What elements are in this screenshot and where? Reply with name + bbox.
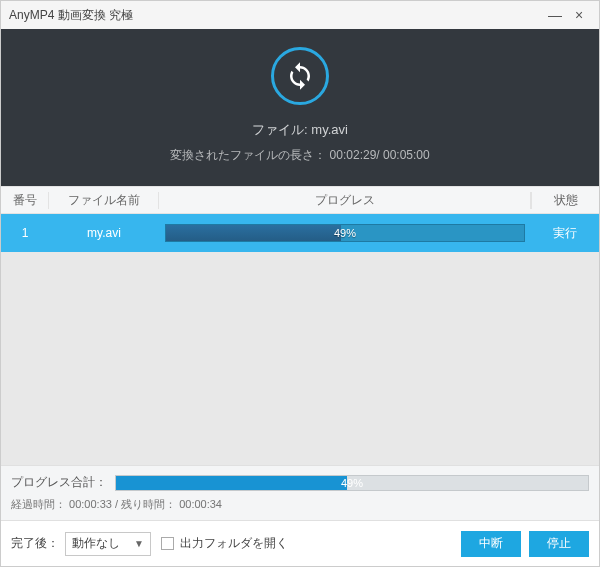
sync-icon bbox=[271, 47, 329, 105]
stop-button[interactable]: 停止 bbox=[529, 531, 589, 557]
row-progress-cell: 49% bbox=[159, 224, 531, 242]
duration-total: 00:05:00 bbox=[383, 148, 430, 162]
total-progressbar: 49% bbox=[115, 475, 589, 491]
remain-label: 残り時間： bbox=[121, 498, 176, 510]
file-name: my.avi bbox=[311, 122, 348, 137]
chevron-down-icon: ▼ bbox=[134, 538, 144, 549]
duration-line: 変換されたファイルの長さ： 00:02:29/ 00:05:00 bbox=[1, 147, 599, 164]
abort-button[interactable]: 中断 bbox=[461, 531, 521, 557]
file-prefix: ファイル: bbox=[252, 122, 311, 137]
minimize-button[interactable]: — bbox=[543, 7, 567, 23]
row-progress-label: 49% bbox=[166, 225, 524, 241]
after-complete-value: 動作なし bbox=[72, 535, 120, 552]
row-filename: my.avi bbox=[49, 226, 159, 240]
header-panel: ファイル: my.avi 変換されたファイルの長さ： 00:02:29/ 00:… bbox=[1, 29, 599, 186]
col-header-name: ファイル名前 bbox=[49, 192, 159, 209]
time-sep: / bbox=[115, 498, 118, 510]
col-header-status: 状態 bbox=[531, 192, 599, 209]
col-header-progress: プログレス bbox=[159, 192, 531, 209]
elapsed-value: 00:00:33 bbox=[69, 498, 112, 510]
duration-elapsed: 00:02:29 bbox=[330, 148, 377, 162]
time-info: 経過時間： 00:00:33 / 残り時間： 00:00:34 bbox=[11, 497, 589, 512]
table-row[interactable]: 1 my.avi 49% 実行 bbox=[1, 214, 599, 252]
total-progress-label: プログレス合計： bbox=[11, 474, 107, 491]
open-folder-label: 出力フォルダを開く bbox=[180, 535, 288, 552]
total-panel: プログレス合計： 49% 経過時間： 00:00:33 / 残り時間： 00:0… bbox=[1, 465, 599, 520]
footer-bar: 完了後： 動作なし ▼ 出力フォルダを開く 中断 停止 bbox=[1, 520, 599, 566]
duration-sep: / bbox=[376, 148, 383, 162]
open-folder-checkbox[interactable] bbox=[161, 537, 174, 550]
row-index: 1 bbox=[1, 226, 49, 240]
remain-value: 00:00:34 bbox=[179, 498, 222, 510]
duration-prefix: 変換されたファイルの長さ： bbox=[170, 148, 326, 162]
after-complete-label: 完了後： bbox=[11, 535, 59, 552]
table-header: 番号 ファイル名前 プログレス 状態 bbox=[1, 186, 599, 214]
row-status: 実行 bbox=[531, 225, 599, 242]
after-complete-select[interactable]: 動作なし ▼ bbox=[65, 532, 151, 556]
empty-list-area bbox=[1, 252, 599, 465]
window-title: AnyMP4 動画変換 究極 bbox=[9, 7, 133, 24]
convert-icon-wrap bbox=[1, 47, 599, 105]
elapsed-label: 経過時間： bbox=[11, 498, 66, 510]
close-button[interactable]: × bbox=[567, 7, 591, 23]
col-header-index: 番号 bbox=[1, 192, 49, 209]
titlebar: AnyMP4 動画変換 究極 — × bbox=[1, 1, 599, 29]
current-file-line: ファイル: my.avi bbox=[1, 121, 599, 139]
row-progressbar: 49% bbox=[165, 224, 525, 242]
total-progress-percent: 49% bbox=[116, 476, 588, 490]
app-window: AnyMP4 動画変換 究極 — × ファイル: my.avi 変換されたファイ… bbox=[0, 0, 600, 567]
